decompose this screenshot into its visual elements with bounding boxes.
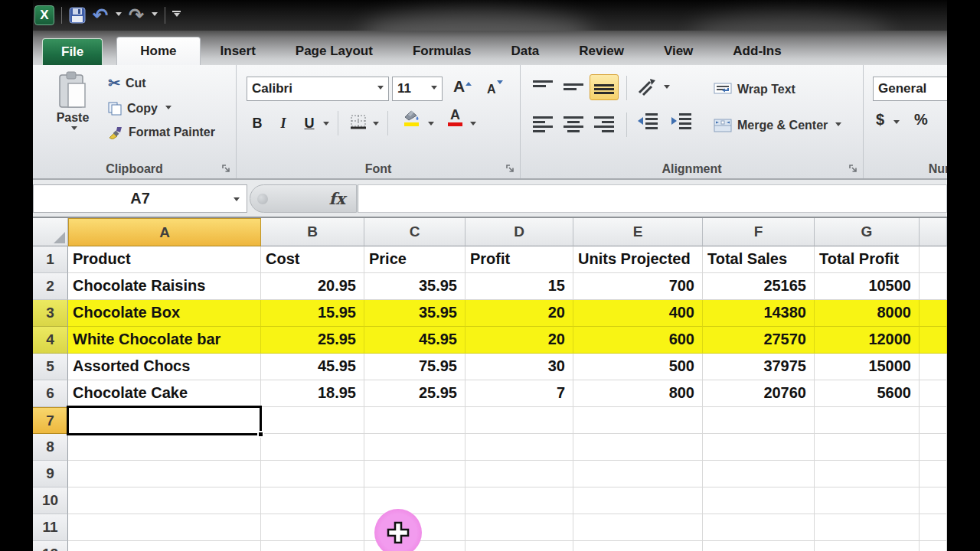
cell[interactable]: [466, 487, 573, 514]
cell[interactable]: [364, 461, 466, 487]
cell[interactable]: 12000: [815, 327, 920, 354]
row-header[interactable]: 10: [33, 487, 68, 514]
cell[interactable]: 27570: [703, 327, 815, 354]
row-header[interactable]: 2: [33, 273, 68, 300]
cell[interactable]: [920, 354, 947, 380]
cell[interactable]: 400: [573, 300, 703, 327]
cell[interactable]: Profit: [466, 246, 573, 273]
cell[interactable]: 20.95: [261, 273, 364, 300]
currency-format-button[interactable]: $: [876, 111, 884, 129]
cell[interactable]: 35.95: [364, 300, 466, 327]
cell[interactable]: Chocolate Raisins: [68, 273, 261, 300]
tab-add-ins[interactable]: Add-Ins: [713, 37, 801, 65]
cell[interactable]: [466, 461, 573, 487]
cell[interactable]: [68, 541, 261, 551]
borders-button[interactable]: [350, 114, 367, 129]
chevron-down-icon[interactable]: [323, 122, 329, 129]
cell[interactable]: [920, 380, 947, 407]
column-header-e[interactable]: E: [573, 218, 703, 246]
copy-button[interactable]: Copy: [108, 102, 215, 116]
cell[interactable]: 700: [573, 273, 703, 300]
cell[interactable]: 20760: [703, 380, 815, 407]
cell[interactable]: Product: [68, 246, 261, 273]
row-header[interactable]: 5: [33, 354, 68, 380]
cell[interactable]: [815, 407, 920, 434]
cell[interactable]: 15.95: [261, 300, 364, 327]
cell[interactable]: [920, 541, 947, 551]
name-box[interactable]: A7: [33, 184, 247, 213]
undo-button[interactable]: ↶: [93, 7, 122, 24]
align-left-button[interactable]: [528, 111, 557, 137]
merge-center-button[interactable]: Merge & Center: [714, 119, 841, 132]
cell[interactable]: Chocolate Cake: [68, 380, 261, 407]
cut-button[interactable]: ✂ Cut: [108, 74, 215, 92]
cell[interactable]: [68, 514, 261, 541]
cell[interactable]: 500: [573, 354, 703, 380]
chevron-down-icon[interactable]: [116, 12, 122, 19]
cell[interactable]: [815, 541, 920, 551]
cell[interactable]: [703, 407, 815, 434]
fill-color-button[interactable]: [402, 109, 420, 126]
cell[interactable]: 8000: [815, 300, 920, 327]
cell[interactable]: Total Profit: [815, 246, 920, 273]
cell[interactable]: [261, 434, 364, 461]
cell[interactable]: 600: [573, 327, 703, 354]
cell[interactable]: 18.95: [261, 380, 364, 407]
chevron-down-icon[interactable]: [152, 12, 158, 19]
paste-button[interactable]: Paste: [44, 71, 102, 160]
cell[interactable]: [703, 461, 815, 487]
cell[interactable]: [920, 434, 947, 461]
cell[interactable]: [466, 541, 573, 551]
tab-view[interactable]: View: [644, 37, 713, 65]
orientation-button[interactable]: [637, 77, 657, 96]
cell[interactable]: [261, 514, 364, 541]
cell[interactable]: [920, 300, 947, 327]
cell[interactable]: 75.95: [364, 354, 466, 380]
cell[interactable]: 800: [573, 380, 703, 407]
percent-format-button[interactable]: %: [914, 111, 928, 129]
align-center-button[interactable]: [559, 111, 588, 137]
chevron-down-icon[interactable]: [373, 122, 379, 129]
cell[interactable]: 7: [466, 380, 573, 407]
dialog-launcher-icon[interactable]: [848, 164, 858, 174]
formula-input[interactable]: [358, 184, 947, 213]
bold-button[interactable]: B: [247, 112, 267, 134]
cell[interactable]: [703, 514, 815, 541]
cell[interactable]: 45.95: [364, 327, 466, 354]
row-header[interactable]: 12: [33, 541, 68, 551]
cell[interactable]: White Chocolate bar: [68, 327, 261, 354]
row-header[interactable]: 3: [33, 300, 68, 327]
cell[interactable]: Assorted Chocs: [68, 354, 261, 380]
shrink-font-button[interactable]: A: [487, 80, 503, 96]
cell[interactable]: [261, 487, 364, 514]
cell[interactable]: 45.95: [261, 354, 364, 380]
chevron-down-icon[interactable]: [428, 122, 434, 129]
cell[interactable]: [703, 541, 815, 551]
cell[interactable]: [573, 461, 703, 487]
save-icon[interactable]: [69, 7, 86, 24]
tab-file[interactable]: File: [42, 38, 103, 65]
wrap-text-button[interactable]: Wrap Text: [714, 82, 795, 97]
cell[interactable]: [920, 487, 947, 514]
column-header-d[interactable]: D: [466, 218, 573, 246]
cell[interactable]: [573, 541, 703, 551]
font-color-button[interactable]: A: [448, 108, 462, 126]
cell[interactable]: [920, 273, 947, 300]
cell[interactable]: Chocolate Box: [68, 300, 261, 327]
cell[interactable]: Units Projected: [573, 246, 703, 273]
cell[interactable]: [68, 461, 261, 487]
cell[interactable]: [466, 407, 573, 434]
increase-indent-button[interactable]: [671, 112, 692, 129]
cell[interactable]: 25.95: [364, 380, 466, 407]
fill-handle[interactable]: [257, 431, 264, 438]
cell[interactable]: Cost: [261, 246, 364, 273]
cell[interactable]: 25165: [703, 273, 815, 300]
chevron-down-icon[interactable]: [664, 85, 670, 92]
row-header[interactable]: 11: [33, 514, 68, 541]
column-header-b[interactable]: B: [261, 218, 364, 246]
dialog-launcher-icon[interactable]: [505, 164, 515, 174]
cell[interactable]: [815, 434, 920, 461]
cell[interactable]: [466, 434, 573, 461]
cell[interactable]: [466, 514, 573, 541]
column-header-c[interactable]: C: [364, 218, 466, 246]
